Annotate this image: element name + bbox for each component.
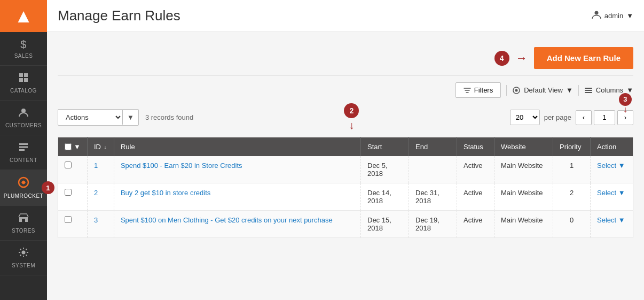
svg-rect-7 xyxy=(19,149,25,151)
row-rule-cell: Buy 2 get $10 in store credits xyxy=(114,183,360,211)
step3-badge: 3 xyxy=(619,93,632,106)
row-rule-link[interactable]: Buy 2 get $10 in store credits xyxy=(121,189,210,197)
action-bar: 4 → Add New Earn Rule xyxy=(58,41,633,76)
user-icon xyxy=(592,10,601,22)
table-controls-right: 20 50 100 per page ‹ 3 ↓ › xyxy=(510,110,633,125)
th-rule[interactable]: Rule xyxy=(114,137,360,157)
row-checkbox-cell xyxy=(58,211,88,238)
sidebar-label-catalog: CATALOG xyxy=(10,88,37,94)
actions-dropdown[interactable]: Actions ▼ xyxy=(58,109,139,126)
stores-icon xyxy=(18,212,29,226)
filters-button[interactable]: Filters xyxy=(455,82,501,98)
sidebar-item-stores[interactable]: STORES xyxy=(0,206,47,241)
step3-arrow: ↓ xyxy=(623,105,627,114)
row-start-cell: Dec 15, 2018 xyxy=(361,211,409,238)
default-view-label: Default View xyxy=(524,86,563,94)
actions-select[interactable]: Actions xyxy=(58,110,122,125)
sidebar-item-customers[interactable]: CUSTOMERS xyxy=(0,101,47,135)
svg-rect-5 xyxy=(19,143,28,145)
th-checkbox-arrow[interactable]: ▼ xyxy=(74,143,81,151)
top-header: Manage Earn Rules admin ▼ xyxy=(47,0,644,32)
step2-container: 2 ↓ xyxy=(344,103,359,132)
per-page-label: per page xyxy=(544,113,571,121)
row-checkbox-1[interactable] xyxy=(65,189,72,196)
row-id-cell: 2 xyxy=(87,183,114,211)
svg-point-4 xyxy=(21,109,26,113)
row-id-link[interactable]: 2 xyxy=(94,189,98,197)
records-found: 3 records found xyxy=(145,113,193,121)
sidebar-item-plumrocket[interactable]: PLUMROCKET 1 xyxy=(0,170,47,206)
step2-arrow: ↓ xyxy=(349,119,354,132)
svg-rect-6 xyxy=(19,147,28,148)
sidebar-item-catalog[interactable]: CATALOG xyxy=(0,66,47,101)
th-id[interactable]: ID ↓ xyxy=(87,137,114,157)
row-checkbox-0[interactable] xyxy=(65,161,72,168)
row-status-cell: Active xyxy=(457,211,494,238)
content-area: 4 → Add New Earn Rule Filters Default Vi… xyxy=(47,32,644,300)
page-input[interactable] xyxy=(594,110,615,125)
svg-rect-3 xyxy=(24,78,28,82)
th-start[interactable]: Start xyxy=(361,137,409,157)
table-header-row: ▼ ID ↓ Rule Start End Status Website Pri… xyxy=(58,137,633,157)
row-checkbox-2[interactable] xyxy=(65,216,72,223)
step2-badge: 2 xyxy=(344,103,359,118)
table-controls-left: Actions ▼ 3 records found xyxy=(58,109,193,126)
sidebar-label-content: CONTENT xyxy=(10,157,37,163)
table-controls: Actions ▼ 3 records found 2 ↓ 20 50 100 xyxy=(58,103,633,132)
prev-page-button[interactable]: ‹ xyxy=(576,110,592,125)
row-status-cell: Active xyxy=(457,183,494,211)
plumrocket-icon xyxy=(18,176,29,191)
svg-rect-15 xyxy=(585,88,592,89)
actions-dropdown-arrow[interactable]: ▼ xyxy=(122,110,138,125)
th-end[interactable]: End xyxy=(409,137,457,157)
table-row: 3 Spent $100 on Men Clothing - Get $20 c… xyxy=(58,211,633,238)
row-action-cell: Select ▼ xyxy=(591,211,633,238)
add-new-earn-rule-button[interactable]: Add New Earn Rule xyxy=(534,47,633,69)
toolbar-separator-1 xyxy=(506,85,507,96)
svg-point-11 xyxy=(22,251,26,255)
sidebar-label-plumrocket: PLUMROCKET xyxy=(4,193,43,199)
id-sort-icon: ↓ xyxy=(104,144,107,150)
select-all-checkbox[interactable] xyxy=(65,143,72,150)
row-action-cell: Select ▼ xyxy=(591,183,633,211)
step1-badge: 1 xyxy=(42,181,54,194)
page-title: Manage Earn Rules xyxy=(58,7,180,24)
sidebar: ▲ $ SALES CATALOG CUSTOMERS CONTENT PLUM… xyxy=(0,0,47,300)
row-rule-link[interactable]: Spent $100 on Men Clothing - Get $20 cre… xyxy=(121,216,333,224)
row-rule-link[interactable]: Spend $100 - Earn $20 in Store Credits xyxy=(121,161,242,170)
step4-arrow: → xyxy=(516,51,528,65)
sidebar-logo[interactable]: ▲ xyxy=(0,0,47,32)
sidebar-item-content[interactable]: CONTENT xyxy=(0,135,47,170)
th-website[interactable]: Website xyxy=(494,137,553,157)
row-status-cell: Active xyxy=(457,156,494,183)
sidebar-label-sales: SALES xyxy=(14,53,33,59)
magento-icon: ▲ xyxy=(14,5,33,27)
sidebar-item-system[interactable]: SYSTEM xyxy=(0,241,47,275)
per-page-select[interactable]: 20 50 100 xyxy=(510,110,540,125)
row-id-link[interactable]: 3 xyxy=(94,216,98,224)
content-icon xyxy=(18,142,29,155)
step4-badge: 4 xyxy=(494,51,509,66)
default-view-arrow: ▼ xyxy=(566,86,573,94)
user-name: admin xyxy=(604,12,623,20)
row-rule-cell: Spend $100 - Earn $20 in Store Credits xyxy=(114,156,360,183)
row-start-cell: Dec 5, 2018 xyxy=(361,156,409,183)
catalog-icon xyxy=(18,72,29,86)
row-id-cell: 3 xyxy=(87,211,114,238)
row-id-link[interactable]: 1 xyxy=(94,161,98,170)
svg-rect-17 xyxy=(585,92,592,93)
user-menu[interactable]: admin ▼ xyxy=(592,10,633,22)
row-end-cell xyxy=(409,156,457,183)
row-end-cell: Dec 19, 2018 xyxy=(409,211,457,238)
svg-rect-16 xyxy=(585,90,592,91)
th-status[interactable]: Status xyxy=(457,137,494,157)
row-select-action[interactable]: Select ▼ xyxy=(597,216,626,224)
customers-icon xyxy=(18,107,29,120)
row-select-action[interactable]: Select ▼ xyxy=(597,189,626,197)
sidebar-item-sales[interactable]: $ SALES xyxy=(0,32,47,66)
pagination: ‹ 3 ↓ › xyxy=(576,110,633,125)
row-select-action[interactable]: Select ▼ xyxy=(597,161,626,170)
th-priority[interactable]: Priority xyxy=(553,137,591,157)
default-view-button[interactable]: Default View ▼ xyxy=(512,86,573,95)
table-row: 1 Spend $100 - Earn $20 in Store Credits… xyxy=(58,156,633,183)
